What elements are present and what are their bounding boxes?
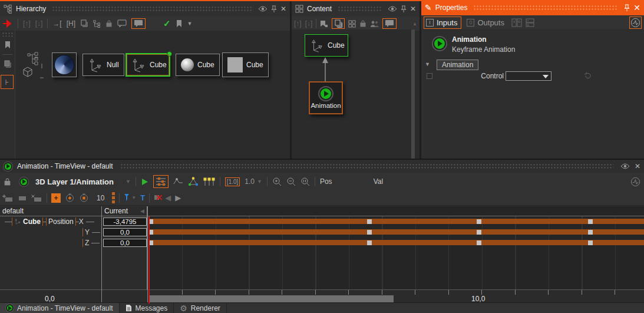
color-palette-icon[interactable] <box>150 19 158 28</box>
export-icon[interactable]: [↓] <box>305 19 313 28</box>
close-icon[interactable]: ✕ <box>410 5 416 13</box>
properties-header[interactable]: ✎ Properties ✕ <box>421 0 644 15</box>
current-value-x[interactable]: -3,4795 <box>103 218 147 226</box>
lock-icon[interactable] <box>105 19 113 28</box>
bookmark-icon[interactable] <box>176 19 183 28</box>
filter-keys-button[interactable]: ▼ <box>124 193 136 202</box>
favorites-bookmark-icon[interactable] <box>0 38 15 52</box>
timeline-column[interactable] <box>148 206 644 289</box>
delete-marker-icon[interactable]: ✕ <box>154 195 161 202</box>
default-frame-count[interactable]: 10 <box>97 194 104 202</box>
close-icon[interactable]: ✕ <box>635 162 640 170</box>
markers-icon[interactable] <box>203 177 215 186</box>
add-keyframe-icon[interactable]: + <box>51 193 61 203</box>
close-icon[interactable]: ✕ <box>280 5 286 13</box>
curve-view-icon[interactable] <box>173 177 183 186</box>
monitor-values-button[interactable] <box>629 17 642 29</box>
statusbar-tab-messages[interactable]: Messages <box>120 303 174 313</box>
waveform-icon[interactable] <box>630 177 640 187</box>
hierarchy-node-null[interactable]: Null <box>82 54 124 76</box>
lock-icon[interactable] <box>359 19 366 28</box>
tab-outputs[interactable]: 0 Outputs <box>465 17 508 28</box>
lock-icon[interactable] <box>4 177 11 186</box>
pages-button[interactable] <box>332 18 345 29</box>
auto-key-off-icon[interactable] <box>79 193 89 203</box>
users-icon[interactable] <box>370 20 379 28</box>
scene-root-icon[interactable] <box>21 52 47 79</box>
track-property-cell[interactable]: Position <box>46 218 76 226</box>
content-node-animation[interactable]: Animation <box>309 81 343 114</box>
hierarchy-canvas[interactable]: Null Cube Cube Cube <box>16 31 290 159</box>
hierarchy-node-cube-sphere[interactable]: Cube <box>176 54 220 76</box>
next-key-icon[interactable]: ▶ <box>175 193 181 202</box>
pin-icon[interactable] <box>401 5 407 13</box>
bookmark-dropdown-icon[interactable]: ▼ <box>187 21 193 27</box>
layers-icon[interactable] <box>0 57 15 71</box>
keyframe-marker[interactable] <box>367 219 372 224</box>
track-options-kebab-icon[interactable] <box>112 192 115 203</box>
channel-label-z[interactable]: Z <box>0 238 101 248</box>
insert-node-icon[interactable]: →[ <box>52 19 61 28</box>
current-value-y[interactable]: 0,0 <box>103 228 147 236</box>
timeline-track-y[interactable] <box>148 227 644 238</box>
content-canvas[interactable]: Cube Animation <box>292 29 415 159</box>
wrap-node-icon[interactable]: [H] <box>67 19 75 28</box>
keyframe-marker[interactable] <box>367 240 372 245</box>
current-header[interactable]: Current ◀ <box>102 206 147 216</box>
reset-icon[interactable] <box>584 71 592 79</box>
keyframe-marker[interactable] <box>588 219 593 224</box>
comment-filled-button[interactable] <box>382 18 397 29</box>
duplicate-icon[interactable] <box>80 19 88 28</box>
channel-label-y[interactable]: Y <box>0 227 101 238</box>
dopesheet-view-button[interactable] <box>153 175 169 188</box>
comment-outline-icon[interactable] <box>117 19 127 28</box>
layer-dropdown-icon[interactable]: ▼ <box>126 179 131 184</box>
zoom-level-select[interactable]: 1.0 ▼ <box>245 177 262 186</box>
current-value-z[interactable]: 0,0 <box>103 239 147 247</box>
prev-key-icon[interactable]: ◀ <box>165 193 171 202</box>
track-tool-button[interactable]: ⊦ <box>1 75 14 89</box>
layer-selector[interactable]: 3D Layer 1/Animation <box>35 177 114 186</box>
keyframe-marker[interactable] <box>477 230 481 235</box>
timeline-track-z[interactable] <box>148 238 644 248</box>
timeline-track-x[interactable] <box>148 216 644 227</box>
pin-icon[interactable] <box>271 5 277 13</box>
close-icon[interactable]: ✕ <box>633 3 640 12</box>
rig-view-icon[interactable] <box>188 177 199 186</box>
content-scrollbar[interactable] <box>411 29 415 159</box>
eye-icon[interactable] <box>620 163 630 170</box>
hierarchy-node-cube-selected[interactable]: Cube <box>126 53 170 77</box>
zoom-preset-button[interactable]: [1.0] <box>225 177 240 186</box>
timeline-ruler[interactable]: 0,0 10,0 <box>0 289 644 304</box>
jump-to-node-icon[interactable] <box>2 19 13 28</box>
tab-inputs[interactable]: I Inputs <box>424 17 461 29</box>
import-icon[interactable]: [↑] <box>23 19 31 28</box>
track-icon[interactable] <box>18 194 27 202</box>
hierarchy-header[interactable]: Hierarchy ✕ <box>0 1 290 17</box>
keyframe-marker[interactable] <box>477 219 481 224</box>
zoom-out-icon[interactable] <box>286 177 296 186</box>
save-preset-icon[interactable] <box>320 20 328 28</box>
subtree-icon[interactable] <box>93 20 101 28</box>
io-split-icon[interactable] <box>511 18 522 27</box>
section-label[interactable]: Animation <box>437 60 478 70</box>
io-stack-icon[interactable] <box>526 18 535 27</box>
statusbar-tab-timeview[interactable]: Animation - TimeView - default <box>0 303 120 313</box>
eye-icon[interactable] <box>388 5 397 12</box>
channel-label-x[interactable]: Cube Position X <box>0 216 101 227</box>
keyframe-marker[interactable] <box>367 230 372 235</box>
hierarchy-node-c4d[interactable] <box>52 52 77 77</box>
playhead[interactable] <box>148 216 150 304</box>
export-icon[interactable]: [↓] <box>35 19 43 28</box>
keyframe-marker[interactable] <box>588 240 593 245</box>
keyframe-marker[interactable] <box>588 230 593 235</box>
validate-check-icon[interactable]: ✓ <box>163 18 171 29</box>
content-header[interactable]: Content ✕ <box>292 1 420 17</box>
play-animation-icon[interactable] <box>141 178 148 186</box>
eye-icon[interactable] <box>258 5 267 12</box>
comment-filled-button[interactable] <box>131 18 146 29</box>
timeview-titlebar[interactable]: Animation - TimeView - default ✕ <box>0 160 644 173</box>
remove-track-icon[interactable] <box>31 194 42 202</box>
add-track-icon[interactable] <box>2 194 14 202</box>
track-set-header[interactable]: default <box>0 206 101 216</box>
